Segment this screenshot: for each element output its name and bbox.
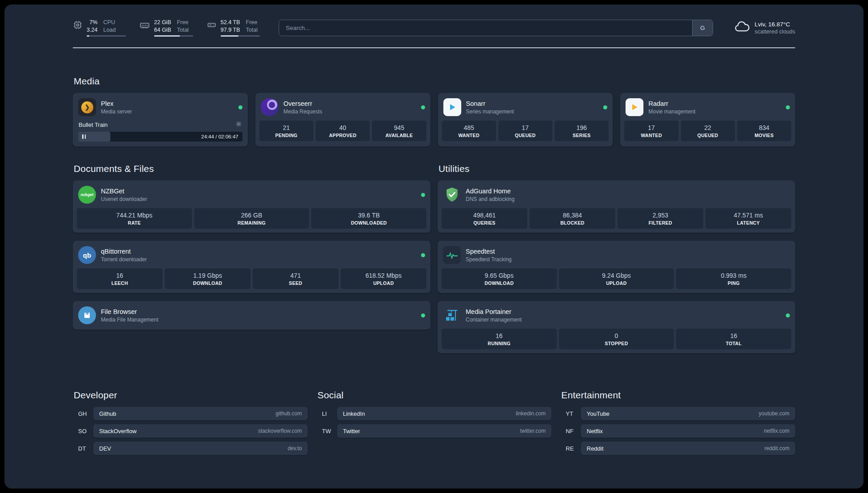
bookmark-abbr: YT [560,410,581,417]
bookmark-link-reddit[interactable]: Reddit reddit.com [581,442,795,455]
stat-value: 86,384 [531,212,613,219]
service-description: Media File Management [101,317,159,323]
speedtest-service-link[interactable]: Speedtest Speedtest Tracking [442,245,791,268]
entertainment-title: Entertainment [561,390,795,401]
stat-value: 21 [261,124,312,131]
stat-label: SEED [255,280,337,286]
adguard-icon [443,186,461,204]
stat-block: 47.571 ms LATENCY [705,208,791,229]
stat-block: 16 LEECH [77,268,163,289]
bookmark-row: TW Twitter twitter.com [317,424,551,438]
qbittorrent-icon: qb [78,246,96,264]
stat-block: 16 RUNNING [442,329,557,349]
service-name: Overseerr [284,100,322,108]
speedtest-icon [443,246,461,264]
stat-label: LATENCY [707,220,789,226]
search-provider-button[interactable]: G [692,20,713,36]
stat-value: 16 [443,332,555,339]
radarr-icon [626,98,643,116]
bookmark-link-dev[interactable]: DEV dev.to [93,442,308,455]
stat-label: LEECH [79,280,161,286]
nzbget-service-link[interactable]: nzbget NZBGet Usenet downloader [77,184,426,208]
service-name: Media Portainer [466,308,522,316]
speedtest-card: Speedtest Speedtest Tracking 9.65 Gbps D… [438,241,795,293]
gear-icon[interactable] [235,121,242,129]
bookmark-abbr: LI [317,410,337,417]
stat-label: UPLOAD [342,280,425,286]
bookmark-row: DT DEV dev.to [73,442,308,455]
sonarr-stats: 485 WANTED 17 QUEUED 196 SERIES [442,121,609,141]
filebrowser-icon [78,306,96,324]
bookmarks-section: Developer GH Github github.com SO StackO… [73,390,795,477]
top-bar: 7% 3.24 CPU Load [73,19,795,37]
bookmark-abbr: TW [317,428,337,435]
bookmark-link-github[interactable]: Github github.com [93,407,308,420]
filebrowser-service-link[interactable]: File Browser Media File Management [77,305,426,326]
cpu-usage-value: 7% [89,19,97,26]
stat-block: 9.65 Gbps DOWNLOAD [442,268,557,289]
portainer-icon [443,306,461,324]
developer-title: Developer [74,390,308,401]
overseerr-service-link[interactable]: Overseerr Media Requests [259,97,426,121]
utilities-section: Utilities [438,163,795,361]
bookmark-link-netflix[interactable]: Netflix netflix.com [581,424,795,438]
developer-bookmarks: Developer GH Github github.com SO StackO… [73,390,308,459]
bookmark-row: SO StackOverflow stackoverflow.com [73,424,308,438]
search-input[interactable] [279,20,692,36]
cloud-icon [734,19,750,37]
adguard-stats: 498,461 QUERIES 86,384 BLOCKED 2,953 FIL… [442,208,791,229]
plex-card: ❯ Plex Media server Bullet Train [73,93,248,146]
stat-block: 0.993 ms PING [676,268,791,289]
header-divider [73,47,795,48]
stat-label: REMAINING [196,220,308,226]
bookmark-abbr: SO [73,428,93,435]
stat-label: DOWNLOAD [443,280,555,286]
stat-block: 17 WANTED [624,121,678,141]
stat-value: 618.52 Mbps [342,272,425,279]
bookmark-row: LI LinkedIn linkedin.com [317,407,551,420]
stat-label: AVAILABLE [374,133,424,138]
playback-progress-bar: 24:44 / 02:06:47 [78,132,242,142]
service-description: Container management [466,317,522,323]
stat-value: 9.65 Gbps [443,272,555,279]
service-description: Usenet downloader [101,196,147,202]
overseerr-card: Overseerr Media Requests 21 PENDING 40 A… [255,93,430,146]
stat-value: 266 GB [196,212,308,219]
radarr-service-link[interactable]: Radarr Movie management [624,97,791,121]
weather-location: Lviv, 16.87°C [755,21,795,28]
qbittorrent-service-link[interactable]: qb qBittorrent Torrent downloader [77,245,426,268]
plex-service-link[interactable]: ❯ Plex Media server [77,97,244,121]
cpu-load-value: 3.24 [87,26,97,34]
stat-value: 485 [444,124,494,131]
status-dot [603,105,607,109]
stat-block: 744.21 Mbps RATE [77,208,192,229]
service-name: File Browser [101,308,159,316]
bookmark-row: YT YouTube youtube.com [560,407,795,420]
service-name: Radarr [648,100,695,108]
bookmark-link-youtube[interactable]: YouTube youtube.com [581,407,795,420]
stat-block: 17 QUEUED [498,121,552,141]
stat-value: 16 [79,272,161,279]
bookmark-link-twitter[interactable]: Twitter twitter.com [337,424,551,438]
bookmark-abbr: DT [73,445,93,452]
adguard-service-link[interactable]: AdGuard Home DNS and adblocking [442,184,791,208]
portainer-service-link[interactable]: Media Portainer Container management [442,305,791,329]
memory-free-label: Free [177,19,188,26]
service-name: Plex [101,100,132,108]
adguard-card: AdGuard Home DNS and adblocking 498,461 … [438,180,795,233]
documents-section-title: Documents & Files [74,163,430,174]
stat-label: MOVIES [739,133,789,138]
search-bar: G [279,20,713,36]
stat-value: 47.571 ms [707,212,789,219]
stat-label: APPROVED [317,133,368,138]
overseerr-icon [261,98,279,116]
sonarr-service-link[interactable]: Sonarr Series management [442,97,609,121]
nzbget-stats: 744.21 Mbps RATE 266 GB REMAINING 39.6 T… [77,208,426,229]
stat-label: QUERIES [443,220,526,226]
bookmark-link-stackoverflow[interactable]: StackOverflow stackoverflow.com [93,424,308,438]
pause-icon [82,134,86,139]
stat-block: 1.19 Gbps DOWNLOAD [165,268,250,289]
stat-label: RATE [79,220,190,226]
bookmark-abbr: RE [560,445,581,452]
bookmark-link-linkedin[interactable]: LinkedIn linkedin.com [337,407,551,420]
